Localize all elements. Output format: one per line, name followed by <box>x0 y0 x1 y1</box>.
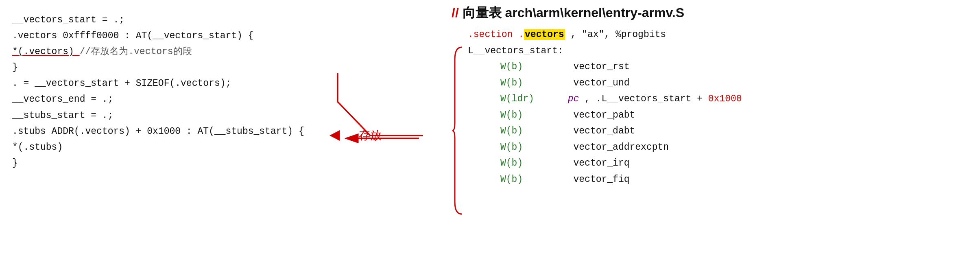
arg-4: vector_pabt <box>573 110 635 120</box>
line-2: .vectors 0xffff0000 : AT(__vectors_start… <box>12 28 297 44</box>
arg-7: vector_irq <box>573 158 629 168</box>
line-7: __stubs_start = .; <box>12 108 297 124</box>
line-1-text: __vectors_start = .; <box>12 15 124 25</box>
arg-3-hex: 0x1000 <box>708 94 742 104</box>
spacing-6 <box>528 142 568 153</box>
left-panel: __vectors_start = .; .vectors 0xffff0000… <box>0 0 305 271</box>
vectors-highlight: vectors <box>524 29 565 40</box>
line-5: . = __vectors_start + SIZEOF(.vectors); <box>12 76 297 92</box>
line-9: *(.stubs) <box>12 140 297 155</box>
instr-4: W(b) vector_pabt <box>500 107 742 124</box>
line-3-comment: //存放名为.vectors的段 <box>80 46 192 57</box>
vectors-start-label: L__vectors_start: <box>468 43 742 59</box>
section-suffix: , "ax", %progbits <box>570 29 666 40</box>
line-5-text: . = __vectors_start + SIZEOF(.vectors); <box>12 78 231 89</box>
line-10: } <box>12 155 297 171</box>
section-line: .section .vectors , "ax", %progbits <box>468 27 972 43</box>
line-3: *(.vectors) //存放名为.vectors的段 <box>12 44 297 60</box>
spacing-4 <box>528 110 568 120</box>
spacing-3 <box>540 94 562 104</box>
arg-2: vector_und <box>573 78 629 88</box>
arg-5: vector_dabt <box>573 126 635 136</box>
line-10-text: } <box>12 158 18 168</box>
line-3-vectors: *(.vectors) <box>12 46 80 57</box>
macro-6: W(b) <box>500 142 523 153</box>
line-8: .stubs ADDR(.vectors) + 0x1000 : AT(__st… <box>12 124 297 140</box>
instr-8: W(b) vector_fiq <box>500 172 742 188</box>
instr-3: W(ldr) pc , .L__vectors_start + 0x1000 <box>500 91 742 107</box>
main-container: __vectors_start = .; .vectors 0xffff0000… <box>0 0 980 271</box>
line-6: __vectors_end = .; <box>12 92 297 107</box>
arg-3-rest: , .L__vectors_start + <box>585 94 708 104</box>
macro-4: W(b) <box>500 110 523 120</box>
spacing-8 <box>528 174 568 185</box>
line-7-text: __stubs_start = .; <box>12 110 113 121</box>
instr-2: W(b) vector_und <box>500 75 742 92</box>
section-dot: . <box>518 29 524 40</box>
arrow-label: 存放 <box>359 128 382 143</box>
line-8-text: .stubs ADDR(.vectors) + 0x1000 : AT(__st… <box>12 126 304 137</box>
line-9-text: *(.stubs) <box>12 142 63 153</box>
macro-3: W(ldr) <box>500 94 534 104</box>
spacing-5 <box>528 126 568 136</box>
linker-script-code: __vectors_start = .; .vectors 0xffff0000… <box>12 12 297 171</box>
line-1: __vectors_start = .; <box>12 12 297 28</box>
line-4-text: } <box>12 62 18 73</box>
arg-3-pc: pc <box>568 94 579 104</box>
instr-7: W(b) vector_irq <box>500 155 742 172</box>
macro-8: W(b) <box>500 174 523 185</box>
section-keyword: .section <box>468 29 518 40</box>
macro-7: W(b) <box>500 158 523 168</box>
arg-8: vector_fiq <box>573 174 629 185</box>
macro-5: W(b) <box>500 126 523 136</box>
line-4: } <box>12 60 297 76</box>
asm-code: .section .vectors , "ax", %progbits L__v… <box>452 27 972 224</box>
arg-1: vector_rst <box>573 61 629 72</box>
label-text: L__vectors_start: <box>468 46 563 56</box>
instr-5: W(b) vector_dabt <box>500 123 742 140</box>
line-6-text: __vectors_end = .; <box>12 94 113 105</box>
title-comment-slash: // <box>452 5 463 20</box>
label-line: L__vectors_start: W(b) vector_rst W(b) v… <box>452 43 972 224</box>
macro-1: W(b) <box>500 61 523 72</box>
brace-svg <box>452 43 464 218</box>
spacing-2 <box>528 78 568 88</box>
right-panel: // 向量表 arch\arm\kernel\entry-armv.S .sec… <box>435 0 980 271</box>
page-title: // 向量表 arch\arm\kernel\entry-armv.S <box>452 4 972 22</box>
spacing-7 <box>528 158 568 168</box>
spacing-1 <box>528 61 568 72</box>
open-brace <box>452 43 464 224</box>
line-2-text: .vectors 0xffff0000 : AT(__vectors_start… <box>12 31 254 41</box>
instr-1: W(b) vector_rst <box>500 59 742 75</box>
arrow-area: 存放 <box>305 0 435 271</box>
macro-2: W(b) <box>500 78 523 88</box>
arg-6: vector_addrexcptn <box>573 142 669 153</box>
title-chinese: 向量表 arch\arm\kernel\entry-armv.S <box>463 5 684 20</box>
instr-6: W(b) vector_addrexcptn <box>500 140 742 156</box>
